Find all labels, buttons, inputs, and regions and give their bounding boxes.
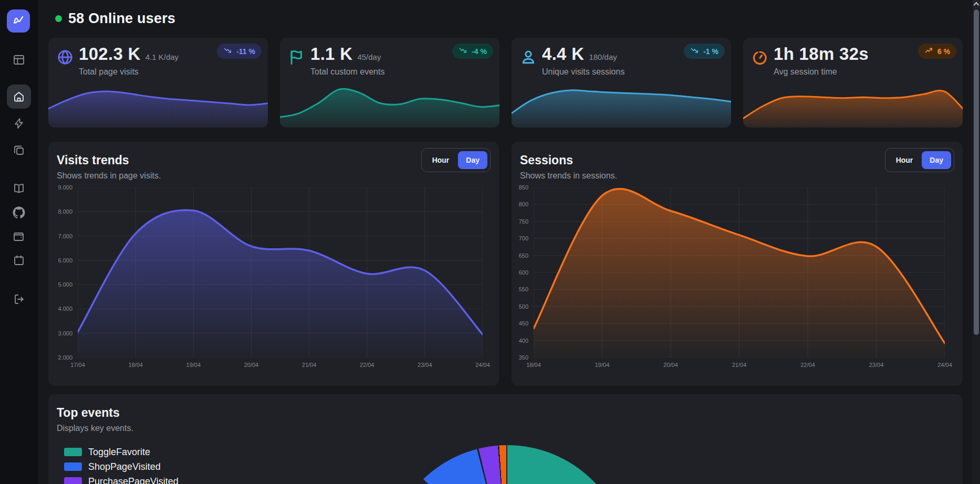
interval-toggle: Hour Day	[885, 148, 954, 172]
y-axis-label: 550	[512, 286, 528, 293]
x-axis-label: 24/04	[467, 362, 498, 369]
toggle-day[interactable]: Day	[458, 151, 487, 169]
pie-legend: ToggleFavoriteShopPageVisitedPurchasePag…	[64, 447, 179, 484]
legend-label: ToggleFavorite	[88, 447, 150, 458]
y-axis-label: 9.000	[48, 184, 72, 191]
x-axis-label: 24/04	[929, 362, 961, 369]
stat-rate: 45/day	[357, 52, 381, 61]
legend-swatch	[64, 448, 82, 456]
wallet-icon	[13, 230, 25, 243]
x-axis-label: 18/04	[120, 362, 151, 369]
y-axis-label: 3.000	[48, 330, 72, 337]
legend-swatch	[64, 462, 82, 471]
stat-value: 1.1 K	[310, 44, 352, 64]
legend-label: ShopPageVisited	[88, 461, 161, 472]
trend-badge-text: 6 %	[937, 47, 950, 56]
stat-label: Unique visits sessions	[542, 67, 624, 77]
y-axis-label: 7.000	[48, 233, 72, 240]
vertical-scrollbar	[973, 0, 980, 484]
sidebar-item-pages[interactable]	[7, 138, 31, 162]
x-axis-label: 21/04	[294, 362, 325, 369]
stat-label: Total page visits	[79, 67, 139, 77]
app-logo[interactable]	[7, 9, 30, 33]
trend-badge: 6 %	[918, 44, 956, 59]
legend-item-ShopPageVisited[interactable]: ShopPageVisited	[64, 461, 179, 472]
flag-icon	[288, 48, 306, 66]
x-axis-label: 22/04	[792, 362, 823, 369]
sidebar-item-wallet[interactable]	[7, 225, 31, 249]
globe-icon	[56, 48, 74, 66]
stat-value: 4.4 K	[542, 44, 584, 64]
toggle-hour[interactable]: Hour	[424, 151, 457, 169]
y-axis-label: 6.000	[48, 257, 72, 264]
trend-badge: -4 %	[452, 44, 493, 59]
logout-icon	[13, 293, 25, 306]
trending-down-icon	[690, 46, 700, 57]
y-axis-label: 850	[512, 184, 528, 191]
online-status-dot	[55, 15, 62, 22]
sessions-area-chart	[534, 187, 945, 357]
interval-toggle: Hour Day	[421, 148, 491, 172]
stat-label: Avg session time	[774, 67, 837, 77]
card-subtitle: Displays key events.	[57, 424, 133, 433]
book-icon	[13, 182, 25, 195]
stat-sparkline	[512, 82, 731, 128]
x-axis-label: 20/04	[235, 362, 267, 369]
logo-swoosh-icon	[12, 13, 25, 29]
stat-card-unique-visits-sessions: 4.4 K 180/day Unique visits sessions -1 …	[512, 38, 731, 128]
y-axis-label: 750	[512, 218, 528, 225]
sidebar-item-layout[interactable]	[7, 48, 31, 72]
stat-sparkline	[743, 82, 963, 128]
y-axis-label: 8.000	[48, 208, 72, 215]
trend-badge: -11 %	[217, 44, 262, 59]
stat-rate: 4.1 K/day	[145, 52, 179, 61]
x-axis-label: 21/04	[724, 362, 755, 369]
timer-icon	[751, 48, 769, 66]
user-icon	[519, 48, 537, 66]
sessions-card: Sessions Shows trends in sessions. Hour …	[512, 142, 963, 386]
x-axis-label: 22/04	[351, 362, 383, 369]
sidebar-item-activity[interactable]	[7, 111, 31, 135]
lightning-bolt-icon	[13, 117, 25, 130]
x-axis-label: 18/04	[518, 362, 549, 369]
sidebar-item-logout[interactable]	[7, 287, 31, 311]
legend-item-PurchasePageVisited[interactable]: PurchasePageVisited	[64, 476, 179, 484]
online-users-title: 58 Online users	[68, 10, 175, 27]
y-axis-label: 350	[512, 354, 528, 361]
card-title: Top events	[57, 406, 120, 420]
y-axis-label: 4.000	[48, 306, 72, 312]
y-axis-label: 500	[512, 303, 528, 310]
chart-title: Visits trends	[57, 153, 129, 167]
trend-badge-text: -1 %	[703, 47, 718, 56]
x-axis-label: 23/04	[861, 362, 892, 369]
toggle-hour[interactable]: Hour	[888, 151, 921, 169]
sidebar-item-github[interactable]	[7, 201, 31, 225]
chart-subtitle: Shows trends in sessions.	[520, 171, 617, 181]
github-icon	[13, 206, 25, 219]
sidebar	[0, 0, 38, 484]
scroll-up-button[interactable]	[973, 0, 980, 8]
home-icon	[13, 90, 25, 103]
scrollbar-thumb[interactable]	[974, 9, 979, 335]
visits-area-chart	[78, 187, 483, 357]
x-axis-label: 20/04	[655, 362, 686, 369]
trend-badge-text: -11 %	[236, 47, 255, 56]
y-axis-label: 700	[512, 235, 528, 242]
stat-label: Total custom events	[310, 67, 384, 77]
sidebar-item-calendar[interactable]	[7, 248, 31, 272]
analytics-dashboard: 58 Online users 102.3 K 4.1 K/day Total …	[0, 0, 980, 484]
top-events-pie-chart[interactable]	[387, 445, 628, 484]
sidebar-item-library[interactable]	[7, 176, 31, 201]
trending-down-icon	[458, 46, 468, 57]
y-axis-label: 2.000	[48, 354, 72, 361]
toggle-day[interactable]: Day	[922, 151, 951, 169]
trending-up-icon	[924, 46, 934, 57]
y-axis-label: 650	[512, 252, 528, 259]
chart-title: Sessions	[520, 153, 573, 167]
legend-item-ToggleFavorite[interactable]: ToggleFavorite	[64, 447, 179, 457]
layout-panel-icon	[13, 54, 25, 66]
copy-icon	[13, 144, 25, 156]
sidebar-item-home[interactable]	[7, 85, 31, 109]
stat-sparkline	[48, 82, 268, 128]
stat-rate: 180/day	[589, 52, 617, 61]
